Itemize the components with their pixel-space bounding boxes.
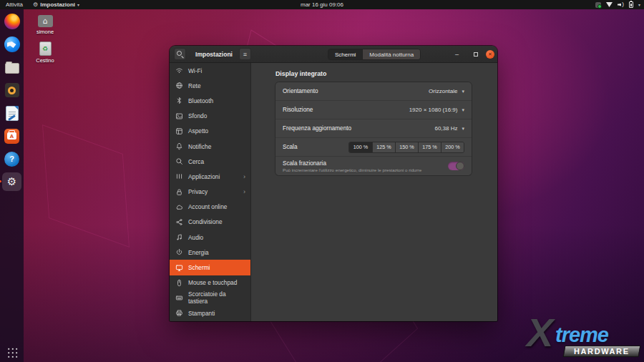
dock-item-thunderbird[interactable] (2, 35, 21, 54)
sidebar-item-aspetto[interactable]: Aspetto › (170, 124, 250, 139)
background-icon (175, 112, 183, 120)
menu-button[interactable]: ≡ (239, 48, 251, 60)
watermark-hardware-banner: HARDWARE (563, 346, 641, 357)
dock-item-ubuntu-software[interactable] (2, 127, 21, 145)
watermark-x: X (527, 309, 553, 356)
sidebar-item-label: Audio (188, 234, 203, 241)
help-icon (4, 152, 19, 167)
trash-icon (39, 41, 52, 56)
scale-175-button[interactable]: 175 % (418, 142, 441, 152)
updates-icon (595, 2, 601, 8)
fractional-scaling-row: Scala frazionaria Può incrementare l'uti… (275, 157, 472, 175)
clock[interactable]: mar 16 giu 09:06 (0, 1, 644, 8)
power-icon (175, 248, 183, 256)
fractional-scaling-toggle[interactable] (448, 162, 464, 171)
sidebar-item-schermi[interactable]: Schermi › (170, 260, 250, 275)
maximize-icon (474, 52, 478, 57)
dock-item-files[interactable] (2, 58, 21, 77)
settings-window: Impostazioni ≡ SchermiModalità notturna … (170, 46, 497, 321)
wifi-icon (606, 2, 613, 7)
sidebar-item-account-online[interactable]: Account online › (170, 200, 250, 215)
sidebar-item-label: Notifiche (188, 143, 211, 150)
settings-main-panel: Display integrato Orientamento Orizzonta… (251, 63, 497, 321)
fractional-scaling-subtitle: Può incrementare l'utilizzo energetico, … (283, 167, 422, 172)
sidebar-item-cerca[interactable]: Cerca › (170, 154, 250, 169)
toggle-knob (456, 162, 465, 171)
desktop-icon-home[interactable]: simone (28, 15, 62, 35)
settings-icon (7, 175, 16, 188)
sidebar-item-label: Schermi (188, 264, 210, 271)
sidebar-item-label: Energia (188, 249, 209, 256)
sidebar-item-label: Bluetooth (188, 97, 213, 104)
sidebar-item-audio[interactable]: Audio › (170, 230, 250, 245)
appearance-icon (175, 127, 183, 135)
sidebar-item-label: Condivisione (188, 218, 223, 225)
tab-modalita-notturna[interactable]: Modalità notturna (362, 49, 420, 59)
scale-125-button[interactable]: 125 % (372, 142, 395, 152)
sidebar-item-privacy[interactable]: Privacy › (170, 185, 250, 200)
desktop: Attività ⚙ Impostazioni ▾ mar 16 giu 09:… (0, 0, 644, 362)
wallpaper-triangle (42, 124, 130, 248)
sidebar-item-mouse-touchpad[interactable]: Mouse e touchpad › (170, 275, 250, 290)
dock-item-libreoffice-writer[interactable] (2, 104, 21, 122)
scale-button-group: 100 %125 %150 %175 %200 % (348, 142, 464, 153)
search-icon (177, 51, 183, 57)
sidebar-item-scorciatoie-tastiera[interactable]: Scorciatoie da tastiera › (170, 290, 250, 305)
sidebar-item-label: Privacy (188, 188, 208, 195)
libreoffice-writer-icon (6, 106, 19, 121)
files-icon (5, 63, 19, 74)
show-applications-button[interactable] (6, 347, 17, 358)
dock-item-firefox[interactable] (2, 12, 21, 31)
thunderbird-icon (4, 36, 20, 52)
xtreme-hardware-watermark: X treme HARDWARE (527, 313, 641, 359)
watermark-hardware-text: HARDWARE (574, 347, 630, 356)
resolution-label: Risoluzione (283, 107, 313, 113)
minimize-button[interactable]: – (452, 49, 462, 59)
minimize-icon: – (455, 51, 459, 58)
scale-200-button[interactable]: 200 % (441, 142, 464, 152)
audio-icon (175, 233, 183, 241)
sidebar-item-label: Aspetto (188, 127, 208, 134)
system-tray[interactable]: ▾ (595, 0, 640, 9)
caret-down-icon: ▾ (638, 2, 640, 7)
dock-item-rhythmbox[interactable] (2, 81, 21, 99)
chevron-right-icon: › (243, 173, 245, 180)
refresh-rate-row[interactable]: Frequenza aggiornamento 60,38 Hz ▾ (275, 119, 472, 138)
sidebar-item-applicazioni[interactable]: Applicazioni › (170, 169, 250, 184)
sidebar-item-sfondo[interactable]: Sfondo › (170, 109, 250, 124)
sidebar-item-bluetooth[interactable]: Bluetooth › (170, 93, 250, 108)
section-title: Display integrato (275, 70, 326, 77)
top-bar: Attività ⚙ Impostazioni ▾ mar 16 giu 09:… (0, 0, 644, 9)
printer-icon (175, 309, 183, 317)
scale-row: Scala 100 %125 %150 %175 %200 % (275, 138, 472, 157)
close-button[interactable]: ✕ (486, 50, 494, 59)
maximize-button[interactable] (470, 49, 481, 59)
sidebar-item-stampanti[interactable]: Stampanti › (170, 305, 250, 321)
dock-item-settings[interactable] (2, 172, 21, 191)
scale-150-button[interactable]: 150 % (395, 142, 418, 152)
refresh-rate-label: Frequenza aggiornamento (283, 125, 351, 132)
watermark-treme: treme (555, 323, 608, 347)
sidebar-item-condivisione[interactable]: Condivisione › (170, 215, 250, 230)
dock-item-help[interactable] (2, 150, 21, 168)
resolution-row[interactable]: Risoluzione 1920 × 1080 (16:9) ▾ (275, 101, 472, 119)
sidebar-item-wifi[interactable]: Wi-Fi › (170, 63, 250, 78)
sidebar-item-notifiche[interactable]: Notifiche › (170, 139, 250, 154)
network-icon (175, 82, 183, 89)
sidebar-item-label: Sfondo (188, 112, 207, 119)
volume-icon (618, 2, 624, 8)
desktop-icon-label: simone (36, 29, 54, 35)
sidebar-item-label: Cerca (188, 158, 204, 165)
orientation-row[interactable]: Orientamento Orizzontale ▾ (275, 82, 472, 101)
desktop-icon-trash[interactable]: Cestino (28, 41, 62, 64)
sidebar-item-rete[interactable]: Rete › (170, 78, 250, 93)
share-icon (175, 218, 183, 226)
search-icon (175, 157, 183, 165)
scale-100-button[interactable]: 100 % (349, 142, 372, 152)
tab-schermi[interactable]: Schermi (328, 49, 362, 59)
sidebar-item-energia[interactable]: Energia › (170, 245, 250, 260)
sidebar-item-label: Account online (188, 203, 227, 210)
search-button[interactable] (174, 48, 186, 60)
firefox-icon (4, 14, 20, 29)
mouse-icon (175, 279, 183, 287)
